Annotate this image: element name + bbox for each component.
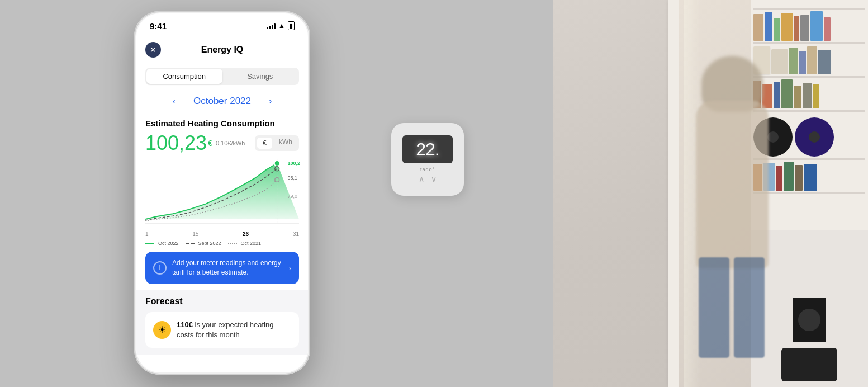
status-icons: ▲ ▮ <box>267 21 295 30</box>
chart-value-2: 95,1 <box>287 174 300 182</box>
app-header: ✕ Energy IQ <box>136 38 308 62</box>
legend-line-oct2021 <box>228 243 237 244</box>
consumption-chart <box>145 158 299 225</box>
info-banner-arrow[interactable]: › <box>288 263 291 272</box>
forecast-card: ☀ 110€ is your expected heating costs fo… <box>145 312 299 348</box>
chart-value-3: 79,0 <box>287 192 300 200</box>
phone-outer: 9:41 ▲ ▮ <box>134 11 310 375</box>
thermostat-brand-label: tado° <box>420 167 435 172</box>
tab-savings[interactable]: Savings <box>222 69 298 84</box>
forecast-icon: ☀ <box>153 321 171 339</box>
signal-icon <box>267 22 276 29</box>
unit-kwh-button[interactable]: kWh <box>273 136 298 150</box>
forecast-section: Forecast ☀ 110€ is your expected heating… <box>136 290 308 355</box>
current-month: October 2022 <box>193 96 251 107</box>
phone: 9:41 ▲ ▮ <box>134 11 310 375</box>
consumption-currency: € <box>208 139 212 148</box>
app-content[interactable]: ✕ Energy IQ Consumption Savings ‹ Octobe… <box>136 38 308 372</box>
unit-eur-button[interactable]: € <box>257 138 272 149</box>
thermostat-display: 22. <box>402 135 453 163</box>
legend-oct2021: Oct 2021 <box>228 240 262 246</box>
app-title: Energy IQ <box>201 45 244 55</box>
legend-line-sep2022 <box>186 243 195 244</box>
thermostat-device: 22. tado° ∧ ∨ <box>391 123 464 196</box>
unit-toggle[interactable]: € kWh <box>255 135 299 151</box>
tab-consumption[interactable]: Consumption <box>146 69 222 84</box>
tab-selector[interactable]: Consumption Savings <box>145 68 299 85</box>
chart-value-1: 100,2 <box>287 159 300 167</box>
chart-value-labels: 100,2 95,1 79,0 <box>287 159 300 200</box>
x-label-3: 26 <box>243 231 249 237</box>
phone-screen: 9:41 ▲ ▮ <box>136 13 308 372</box>
consumption-main-value: 100,23 <box>145 131 207 155</box>
chart-legend: Oct 2022 Sept 2022 Oct 2021 <box>145 240 299 246</box>
legend-sep2022: Sept 2022 <box>186 240 221 246</box>
legend-line-oct2022 <box>145 243 154 244</box>
next-month-button[interactable]: › <box>264 94 276 108</box>
month-navigation: ‹ October 2022 › <box>136 91 308 112</box>
x-label-1: 1 <box>145 231 149 237</box>
x-label-2: 15 <box>192 231 198 237</box>
info-banner-text: Add your meter readings and energy tarif… <box>172 258 283 277</box>
consumption-rate: 0,10€/kWh <box>216 140 245 147</box>
status-bar: 9:41 ▲ ▮ <box>136 13 308 38</box>
info-banner[interactable]: i Add your meter readings and energy tar… <box>145 252 299 284</box>
room-scene <box>553 0 868 387</box>
forecast-text: 110€ is your expected heating costs for … <box>177 320 291 340</box>
consumption-section: Estimated Heating Consumption 100,23 € 0… <box>136 112 308 155</box>
prev-month-button[interactable]: ‹ <box>168 94 180 108</box>
chart-area: 100,2 95,1 79,0 1 15 26 31 <box>136 158 308 246</box>
thermostat-down-btn[interactable]: ∨ <box>431 174 437 183</box>
forecast-title: Forecast <box>145 296 299 306</box>
x-label-4: 31 <box>293 231 299 237</box>
forecast-amount: 110€ <box>177 320 193 329</box>
legend-oct2022: Oct 2022 <box>145 240 179 246</box>
consumption-label: Estimated Heating Consumption <box>145 119 299 128</box>
thermostat-controls: ∧ ∨ <box>419 174 437 183</box>
thermostat-up-btn[interactable]: ∧ <box>419 174 424 183</box>
chart-x-labels: 1 15 26 31 <box>145 231 299 238</box>
battery-icon: ▮ <box>288 21 295 30</box>
consumption-value-row: 100,23 € 0,10€/kWh € kWh <box>145 131 299 155</box>
close-button[interactable]: ✕ <box>145 42 161 58</box>
info-icon: i <box>153 261 167 275</box>
wifi-icon: ▲ <box>278 22 285 30</box>
status-time: 9:41 <box>150 21 167 31</box>
phone-inner: 9:41 ▲ ▮ <box>136 13 308 372</box>
